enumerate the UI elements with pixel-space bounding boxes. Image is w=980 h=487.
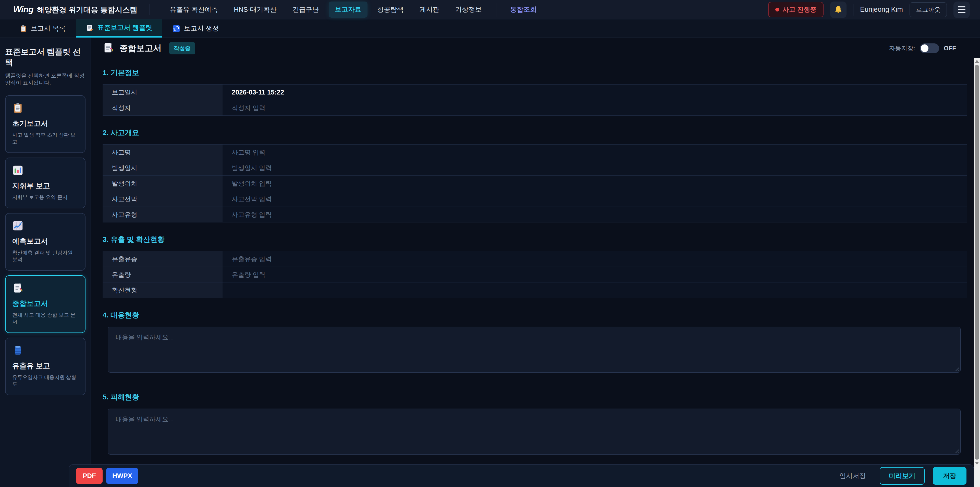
bar-chart-icon xyxy=(12,165,78,176)
field-label: 유출유종 xyxy=(103,251,223,267)
autosave-toggle[interactable] xyxy=(920,43,939,53)
section-heading: 3. 유출 및 확산현황 xyxy=(103,235,967,244)
field-label: 사고선박 xyxy=(103,191,223,207)
report-status-badge: 작성중 xyxy=(169,42,195,54)
line-chart-icon xyxy=(12,220,78,232)
template-card-prediction-report[interactable]: 예측보고서 확산예측 결과 및 민감자원 분석 xyxy=(5,213,86,271)
bell-icon xyxy=(834,5,843,14)
sidebar-title: 표준보고서 템플릿 선택 xyxy=(5,46,86,68)
basic-info-table: 보고일시 2026-03-11 15:22 작성자 작성자 입력 xyxy=(103,84,967,116)
logout-button[interactable]: 로그아웃 xyxy=(910,2,947,17)
incident-overview-table: 사고명 사고명 입력 발생일시 발생일시 입력 발생위치 발생위치 입력 사고선… xyxy=(103,144,967,222)
tab-report-list[interactable]: 보고서 목록 xyxy=(9,19,76,38)
incident-name-field[interactable]: 사고명 입력 xyxy=(223,145,967,160)
template-card-desc: 유류오염사고 대응지원 상황도 xyxy=(12,374,78,388)
nav-item-oil-spill-prediction[interactable]: 유출유 확산예측 xyxy=(164,2,224,18)
tab-label: 보고서 목록 xyxy=(30,24,65,33)
action-bar: PDF HWPX 임시저장 미리보기 저장 xyxy=(68,464,974,487)
app-body: 표준보고서 템플릿 선택 템플릿을 선택하면 오른쪽에 작성 양식이 표시됩니다… xyxy=(0,38,980,487)
field-label: 사고유형 xyxy=(103,207,223,222)
scroll-up-arrow-icon[interactable] xyxy=(975,60,979,63)
header-divider xyxy=(150,4,150,15)
template-card-oil-spill-report[interactable]: 유출유 보고 유류오염사고 대응지원 상황도 xyxy=(5,338,86,395)
clipboard-icon xyxy=(19,25,27,32)
field-label: 작성자 xyxy=(103,100,223,115)
nav-item-reports[interactable]: 보고자료 xyxy=(329,2,368,18)
nav-item-hns-diffusion[interactable]: HNS·대기확산 xyxy=(228,2,283,18)
app-logo: Wing 해양환경 위기대응 통합시스템 xyxy=(13,4,137,15)
save-button[interactable]: 저장 xyxy=(933,467,966,485)
response-status-textarea[interactable] xyxy=(108,327,961,373)
memo-icon xyxy=(12,283,78,294)
template-card-title: 종합보고서 xyxy=(12,299,78,308)
occurrence-location-field[interactable]: 발생위치 입력 xyxy=(223,176,967,191)
scrollbar-thumb[interactable] xyxy=(975,65,979,460)
incident-status-badge[interactable]: 사고 진행중 xyxy=(768,2,824,18)
incident-dot-icon xyxy=(775,8,779,11)
header-right: 사고 진행중 Eunjeong Kim 로그아웃 xyxy=(768,2,970,18)
template-card-title: 유출유 보고 xyxy=(12,361,78,371)
table-row: 보고일시 2026-03-11 15:22 xyxy=(103,85,967,100)
autosave-label: 자동저장: xyxy=(889,44,915,52)
main-nav: 유출유 확산예측 HNS·대기확산 긴급구난 보고자료 항공탐색 게시판 기상정… xyxy=(164,2,543,18)
nav-item-integrated-search[interactable]: 통합조회 xyxy=(504,2,543,18)
toggle-knob xyxy=(921,45,928,52)
refresh-icon xyxy=(172,25,180,32)
report-datetime-field[interactable]: 2026-03-11 15:22 xyxy=(223,85,967,100)
sidebar-subtitle: 템플릿을 선택하면 오른쪽에 작성 양식이 표시됩니다. xyxy=(5,72,86,86)
section-heading: 4. 대응현황 xyxy=(103,310,967,320)
incident-vessel-field[interactable]: 사고선박 입력 xyxy=(223,191,967,207)
incident-type-field[interactable]: 사고유형 입력 xyxy=(223,207,967,222)
field-label: 유출량 xyxy=(103,267,223,282)
temp-save-button[interactable]: 임시저장 xyxy=(834,467,872,484)
nav-item-aerial-search[interactable]: 항공탐색 xyxy=(371,2,410,18)
export-pdf-button[interactable]: PDF xyxy=(76,468,103,484)
memo-icon xyxy=(86,24,94,32)
template-card-title: 초기보고서 xyxy=(12,119,78,128)
occurrence-datetime-field[interactable]: 발생일시 입력 xyxy=(223,160,967,176)
nav-item-emergency-rescue[interactable]: 긴급구난 xyxy=(286,2,325,18)
vertical-scrollbar[interactable] xyxy=(974,58,980,487)
template-card-desc: 확산예측 결과 및 민감자원 분석 xyxy=(12,249,78,263)
table-row: 유출량 유출량 입력 xyxy=(103,267,967,283)
template-card-comprehensive-report[interactable]: 종합보고서 전체 사고 대응 종합 보고 문서 xyxy=(5,275,86,333)
diffusion-status-field[interactable] xyxy=(223,283,967,298)
memo-icon xyxy=(103,42,115,55)
app-title: 해양환경 위기대응 통합시스템 xyxy=(37,5,137,15)
report-form: 1. 기본정보 보고일시 2026-03-11 15:22 작성자 작성자 입력… xyxy=(91,59,980,487)
section-spill-status: 3. 유출 및 확산현황 유출유종 유출유종 입력 유출량 유출량 입력 확산현… xyxy=(103,235,967,298)
section-heading: 2. 사고개요 xyxy=(103,128,967,138)
field-label: 사고명 xyxy=(103,145,223,160)
field-label: 발생일시 xyxy=(103,160,223,176)
template-sidebar: 표준보고서 템플릿 선택 템플릿을 선택하면 오른쪽에 작성 양식이 표시됩니다… xyxy=(0,38,91,487)
tab-standard-templates[interactable]: 표준보고서 템플릿 xyxy=(76,19,162,38)
nav-item-board[interactable]: 게시판 xyxy=(414,2,445,18)
tab-report-generate[interactable]: 보고서 생성 xyxy=(162,19,229,38)
section-basic-info: 1. 기본정보 보고일시 2026-03-11 15:22 작성자 작성자 입력 xyxy=(103,68,967,116)
table-row: 작성자 작성자 입력 xyxy=(103,100,967,116)
menu-button[interactable] xyxy=(953,2,970,18)
section-divider xyxy=(103,380,967,380)
author-field[interactable]: 작성자 입력 xyxy=(223,100,967,115)
spill-amount-field[interactable]: 유출량 입력 xyxy=(223,267,967,282)
template-card-initial-report[interactable]: 초기보고서 사고 발생 직후 초기 상황 보고 xyxy=(5,95,86,153)
field-label: 보고일시 xyxy=(103,85,223,100)
export-hwpx-button[interactable]: HWPX xyxy=(106,468,138,484)
section-heading: 1. 기본정보 xyxy=(103,68,967,78)
app-header: Wing 해양환경 위기대응 통합시스템 유출유 확산예측 HNS·대기확산 긴… xyxy=(0,0,980,19)
logo-mark: Wing xyxy=(13,4,33,14)
preview-button[interactable]: 미리보기 xyxy=(880,467,924,485)
field-label: 확산현황 xyxy=(103,283,223,298)
notifications-button[interactable] xyxy=(830,2,846,18)
template-card-command-report[interactable]: 지휘부 보고 지휘부 보고용 요약 문서 xyxy=(5,158,86,208)
scroll-down-arrow-icon[interactable] xyxy=(975,462,979,465)
oil-type-field[interactable]: 유출유종 입력 xyxy=(223,251,967,267)
damage-status-textarea[interactable] xyxy=(108,409,961,455)
section-damage-status: 5. 피해현황 xyxy=(103,392,967,462)
section-heading: 5. 피해현황 xyxy=(103,392,967,402)
oil-drum-icon xyxy=(12,345,78,356)
table-row: 사고명 사고명 입력 xyxy=(103,145,967,160)
nav-item-weather[interactable]: 기상정보 xyxy=(449,2,488,18)
tab-label: 표준보고서 템플릿 xyxy=(97,23,152,32)
table-row: 발생일시 발생일시 입력 xyxy=(103,160,967,176)
